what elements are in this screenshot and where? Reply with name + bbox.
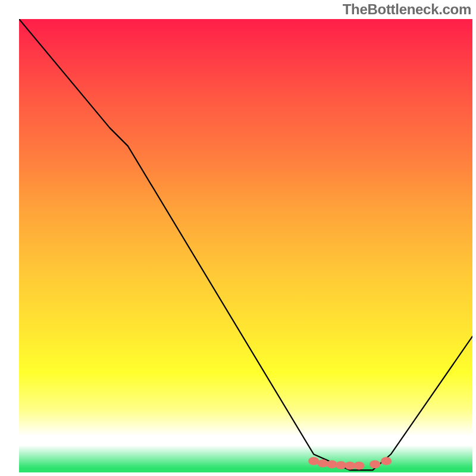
plot-area [19, 19, 472, 472]
figure: TheBottleneck.com [0, 0, 476, 476]
optimum-marker [369, 460, 380, 468]
marker-layer [19, 19, 472, 472]
watermark-text: TheBottleneck.com [343, 1, 471, 18]
optimum-marker [353, 462, 364, 470]
optimum-marker [381, 457, 392, 465]
